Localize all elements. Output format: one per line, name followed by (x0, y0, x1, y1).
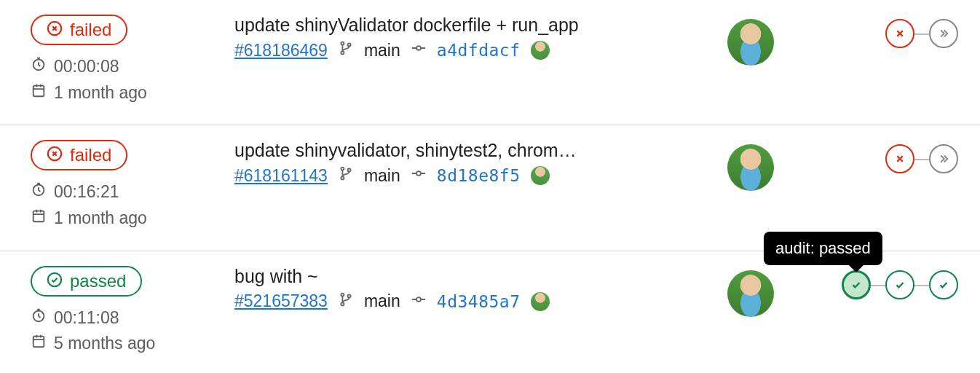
pipeline-list: failed 00:00:08 1 month ago update shiny… (0, 0, 980, 373)
info-column: update shinyValidator dockerfile + run_a… (234, 15, 711, 60)
age-line: 5 months ago (31, 331, 234, 357)
commit-sha-link[interactable]: 4d3485a7 (437, 292, 521, 311)
svg-point-6 (416, 46, 421, 50)
trigger-avatar-column (711, 140, 791, 191)
status-badge-failed[interactable]: failed (31, 140, 127, 170)
commit-title[interactable]: update shinyValidator dockerfile + run_a… (234, 15, 696, 36)
stages: audit: passed (842, 270, 958, 299)
commit-author-avatar[interactable] (531, 166, 550, 185)
commit-icon (411, 165, 427, 186)
timer-icon (31, 305, 47, 331)
age-text: 1 month ago (54, 80, 147, 106)
calendar-icon (31, 205, 47, 232)
age-text: 1 month ago (54, 205, 147, 232)
avatar[interactable] (727, 19, 774, 66)
ref-line: #618186469 main a4dfdacf (234, 40, 696, 60)
svg-point-5 (347, 43, 350, 46)
duration-line: 00:00:08 (31, 54, 234, 80)
branch-name[interactable]: main (364, 41, 400, 60)
stage-passed[interactable] (885, 270, 914, 299)
branch-icon (338, 40, 354, 60)
svg-point-12 (347, 169, 350, 172)
status-label: passed (70, 272, 126, 290)
status-badge-passed[interactable]: passed (31, 266, 142, 297)
svg-point-11 (341, 177, 344, 180)
pipeline-row: failed 00:00:08 1 month ago update shiny… (0, 0, 980, 125)
duration-line: 00:16:21 (31, 179, 234, 205)
svg-rect-9 (33, 211, 44, 222)
branch-name[interactable]: main (364, 291, 400, 311)
duration-line: 00:11:08 (31, 305, 234, 331)
info-column: bug with ~ #521657383 main 4d3485a7 (234, 266, 711, 312)
commit-author-avatar[interactable] (531, 292, 550, 311)
commit-icon (411, 291, 427, 312)
commit-sha-link[interactable]: 8d18e8f5 (437, 166, 521, 185)
svg-point-17 (341, 293, 344, 296)
pipeline-id-link[interactable]: #618186469 (234, 41, 328, 60)
timer-icon (31, 179, 47, 205)
age-text: 5 months ago (54, 331, 155, 357)
stage-failed[interactable] (885, 19, 914, 48)
calendar-icon (31, 331, 47, 357)
age-line: 1 month ago (31, 80, 234, 106)
svg-point-19 (347, 294, 350, 297)
status-icon (47, 20, 63, 39)
stage-skipped[interactable] (929, 144, 958, 173)
svg-rect-2 (33, 85, 44, 96)
commit-icon (411, 40, 427, 60)
pipeline-id-link[interactable]: #618161143 (234, 166, 328, 186)
ref-line: #521657383 main 4d3485a7 (234, 291, 696, 312)
avatar[interactable] (727, 270, 774, 317)
avatar[interactable] (727, 144, 774, 191)
svg-point-3 (341, 42, 344, 45)
duration-text: 00:16:21 (54, 179, 119, 205)
info-column: update shinyvalidator, shinytest2, chrom… (234, 140, 711, 186)
svg-point-4 (341, 51, 344, 54)
svg-point-13 (416, 171, 421, 176)
commit-title[interactable]: update shinyvalidator, shinytest2, chrom… (234, 140, 696, 161)
stages-column (791, 15, 958, 48)
stage-passed[interactable] (929, 270, 958, 299)
trigger-avatar-column (711, 266, 791, 317)
branch-icon (338, 291, 354, 312)
stage-failed[interactable] (885, 144, 914, 173)
status-label: failed (70, 146, 111, 164)
stages-column (791, 140, 958, 173)
svg-point-10 (341, 168, 344, 170)
pipeline-id-link[interactable]: #521657383 (234, 291, 328, 311)
status-column: failed 00:16:21 1 month ago (31, 140, 234, 231)
status-label: failed (70, 21, 111, 39)
svg-rect-16 (33, 337, 44, 348)
stages (885, 144, 958, 173)
stage-skipped[interactable] (929, 19, 958, 48)
branch-name[interactable]: main (364, 166, 400, 186)
stage-passed[interactable]: audit: passed (842, 270, 871, 299)
calendar-icon (31, 80, 47, 106)
stage-tooltip: audit: passed (764, 232, 882, 265)
stages (885, 19, 958, 48)
status-column: failed 00:00:08 1 month ago (31, 15, 234, 106)
commit-title[interactable]: bug with ~ (234, 266, 696, 287)
branch-icon (338, 165, 354, 186)
stages-column: audit: passed (791, 266, 958, 299)
svg-point-18 (341, 302, 344, 305)
duration-text: 00:00:08 (54, 54, 119, 80)
timer-icon (31, 54, 47, 80)
ref-line: #618161143 main 8d18e8f5 (234, 165, 696, 186)
status-badge-failed[interactable]: failed (31, 15, 127, 45)
pipeline-row: passed 00:11:08 5 months ago bug with ~ … (0, 251, 980, 373)
status-column: passed 00:11:08 5 months ago (31, 266, 234, 357)
commit-author-avatar[interactable] (531, 41, 550, 60)
commit-sha-link[interactable]: a4dfdacf (437, 41, 521, 60)
status-icon (47, 272, 63, 291)
trigger-avatar-column (711, 15, 791, 66)
status-icon (47, 146, 63, 165)
svg-point-20 (416, 297, 421, 302)
duration-text: 00:11:08 (54, 305, 119, 331)
age-line: 1 month ago (31, 205, 234, 232)
